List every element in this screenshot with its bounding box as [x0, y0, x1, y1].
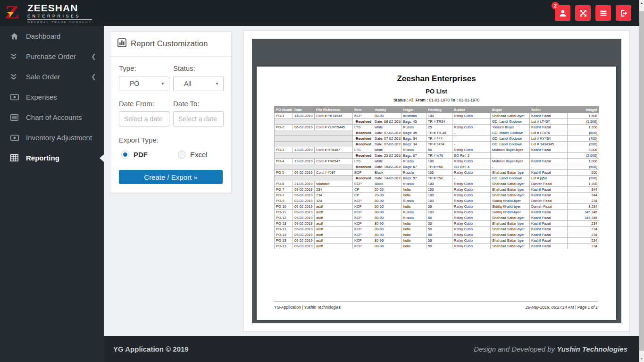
sidebar-item-label: Expenses	[26, 93, 57, 101]
column-header: Packing	[427, 107, 452, 113]
received-row: ReceivedDate: 25-02-2019Bags: 67TR # iv7…	[275, 153, 599, 159]
sidebar-item-inventory-adjustment[interactable]: Inventory Adjustment	[0, 127, 104, 148]
dropdown-caret-icon: ▼	[215, 82, 219, 86]
sidebar-item-expenses[interactable]: Expenses	[0, 87, 104, 107]
window-scrollbar[interactable]	[639, 0, 644, 362]
received-row: ReceivedDate: 07-02-2019Bags: 34TR # 444…	[275, 136, 599, 142]
brand-tagline: GENERAL TRADE COMPANY	[27, 21, 92, 24]
pdf-preview-card: Zeeshan Enterprises PO List Status : All…	[243, 30, 630, 332]
column-header: Broker	[452, 107, 491, 113]
user-button[interactable]: 2	[555, 5, 570, 21]
expand-icon	[579, 9, 587, 17]
brand[interactable]: Z ➤ ZEESHAN ENTERPRISES GENERAL TRADE CO…	[0, 0, 92, 26]
radio-selected-icon	[121, 151, 129, 159]
po-row: PO-709-02-2019234CP20-30India100Rafay Cu…	[275, 193, 599, 198]
pdf-viewer: Zeeshan Enterprises PO List Status : All…	[252, 39, 621, 323]
po-row: PO-206-02-2019Cont # YURT5445LTSwhiteRus…	[275, 125, 599, 130]
panel-title: Report Customization	[131, 39, 208, 49]
radio-unselected-icon	[178, 151, 186, 159]
report-footer-left: YG-Application | Yushin Technologies	[274, 305, 341, 310]
column-header: PO Number	[275, 107, 293, 113]
po-row: PO-709-02-2019234CP20-30India100Rafay Cu…	[275, 187, 599, 193]
date-from-input[interactable]	[119, 111, 169, 126]
column-header: Date	[293, 107, 315, 113]
top-navbar: Z ➤ ZEESHAN ENTERPRISES GENERAL TRADE CO…	[0, 0, 639, 26]
brand-title: ZEESHAN	[27, 3, 92, 13]
report-footer-right: 26-May-2019, 06:27:14 AM | Page 1 of 1	[526, 305, 598, 310]
footer-copyright: YG Application © 2019	[113, 345, 189, 353]
received-row: ReceivedDate: 07-02-2019Bags: 34TR # 343…	[275, 142, 599, 147]
received-row: ReceivedDate: 14-02-2019Bags: 57TR # tr6…	[275, 176, 599, 181]
column-header: Seller	[530, 107, 568, 113]
notification-badge: 2	[552, 2, 559, 9]
navbar-actions: 2	[555, 5, 639, 21]
excel-radio[interactable]: Excel	[178, 151, 223, 159]
po-row: PO-1309-02-2019asdfKCP80-90India50Rafay …	[275, 221, 599, 227]
po-row: PO-902-02-2019324KCP80-90Russia100Rafay …	[275, 198, 599, 204]
received-row: ReceivedDate: 15-02-2019Bags: 67TR # tr6…	[275, 164, 599, 170]
po-row: PO-509-02-2019Cont # 4587ECPBlackRussia1…	[275, 170, 599, 176]
pdf-radio[interactable]: PDF	[121, 151, 178, 159]
po-row: PO-1109-02-2019asdfKCP80-90Russia100Rafa…	[275, 210, 599, 215]
sidebar-item-reporting[interactable]: Reporting	[0, 148, 104, 168]
report-title: PO List	[257, 88, 616, 95]
status-select[interactable]: All ▼	[173, 76, 224, 91]
sidebar-item-label: Purchase Order	[26, 52, 76, 60]
sidebar-item-sale-order[interactable]: Sale Order❮	[0, 67, 104, 87]
report-filter-line: Status : All, From : 01-01-1970 To : 01-…	[257, 98, 616, 102]
date-to-input[interactable]	[173, 111, 224, 126]
received-row: ReceivedDate: 08-02-2019Bags: 45TR # TR3…	[275, 119, 599, 125]
chevrons-icon	[10, 53, 20, 60]
money-icon	[10, 94, 20, 101]
logout-button[interactable]	[616, 5, 631, 21]
column-header: Item	[353, 107, 373, 113]
column-header: Weight	[568, 107, 599, 113]
menu-button[interactable]	[595, 5, 611, 21]
column-header: Variety	[373, 107, 401, 113]
scrollbar-thumb[interactable]	[639, 11, 644, 351]
chevron-left-icon: ❮	[91, 73, 96, 80]
type-select[interactable]: PO ▼	[119, 76, 169, 91]
sidebar-item-label: Reporting	[26, 154, 59, 162]
home-icon	[10, 33, 20, 40]
sidebar-item-dashboard[interactable]: Dashboard	[0, 26, 104, 46]
sidebar-item-label: Dashboard	[26, 32, 60, 40]
fullscreen-button[interactable]	[575, 5, 591, 21]
logout-icon	[619, 9, 628, 17]
sidebar-item-label: Sale Order	[26, 73, 60, 81]
sidebar: DashboardPurchase Order❮Sale Order❮Expen…	[0, 26, 104, 362]
chevron-left-icon: ❮	[91, 53, 96, 60]
active-item-marker	[100, 154, 104, 162]
sidebar-item-chart-of-accounts[interactable]: Chart of Accounts	[0, 107, 104, 127]
type-label: Type:	[119, 64, 169, 72]
page-footer: YG Application © 2019 Design and Develop…	[104, 336, 639, 362]
column-header: Origin	[401, 107, 427, 113]
bar-chart-icon	[117, 38, 126, 50]
column-header: File Reference	[315, 107, 353, 113]
report-customization-panel: Report Customization Type: Status: PO ▼ …	[110, 31, 232, 193]
footer-credit: Design and Developed by Yushin Technolog…	[474, 345, 627, 353]
po-row: PO-621-03-2019sdafasdfECPBlackRussia100R…	[275, 181, 599, 187]
sidebar-item-purchase-order[interactable]: Purchase Order❮	[0, 46, 104, 67]
po-row: PO-114-02-2019Cont # PKT4545KCP80-90Aust…	[275, 113, 599, 119]
date-from-label: Date From:	[119, 100, 169, 108]
main-content: Report Customization Type: Status: PO ▼ …	[104, 26, 639, 336]
sidebar-item-label: Chart of Accounts	[26, 113, 82, 121]
brand-logo-icon: Z ➤	[5, 4, 24, 23]
column-header: Buyer	[491, 107, 530, 113]
pdf-page: Zeeshan Enterprises PO List Status : All…	[257, 67, 616, 320]
sidebar-item-label: Inventory Adjustment	[26, 134, 92, 142]
table-icon	[10, 154, 20, 161]
status-label: Status:	[173, 64, 224, 72]
scroll-down-arrow[interactable]	[639, 355, 644, 362]
po-row: PO-1309-02-2019asdfKCP80-90India50Rafay …	[275, 238, 599, 244]
scroll-up-arrow[interactable]	[639, 0, 644, 7]
report-company-name: Zeeshan Enterprises	[257, 74, 616, 84]
date-to-label: Date To:	[173, 100, 224, 108]
create-export-button[interactable]: Create / Export »	[119, 170, 223, 184]
received-row: ReceivedDate: 07-02-2019Bags: 45TR # TR-…	[275, 130, 599, 136]
dropdown-caret-icon: ▼	[161, 82, 165, 86]
hamburger-icon	[599, 9, 608, 17]
po-row: PO-1009-02-2019asdfKCP60-62India50Rafay …	[275, 204, 599, 210]
chevrons-icon	[10, 73, 20, 80]
